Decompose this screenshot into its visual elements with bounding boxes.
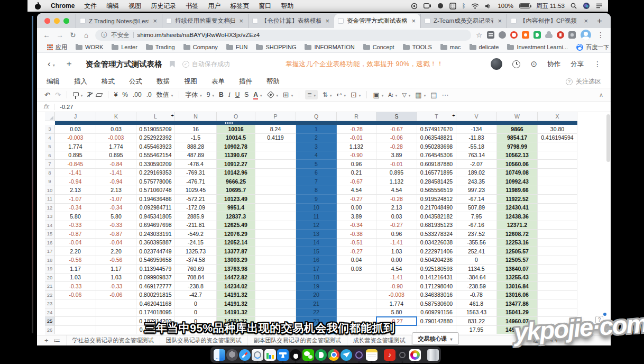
cell-J21[interactable]: -0.33: [55, 282, 96, 291]
cell-L5[interactable]: 0.455463923: [136, 142, 175, 151]
column-header-L[interactable]: L: [136, 112, 175, 121]
vertical-scrollbar[interactable]: [606, 114, 610, 162]
cell-L3[interactable]: 0.519055209: [136, 125, 175, 134]
cell-P14[interactable]: [255, 221, 296, 230]
doc-title[interactable]: 资金管理方式测试表格: [86, 59, 162, 69]
menubar-item[interactable]: Chrome: [46, 2, 79, 10]
horizontal-align-button[interactable]: [305, 90, 318, 99]
hidden-columns-marker[interactable]: ◂▸: [171, 113, 173, 117]
cell-V17[interactable]: 252.41: [456, 247, 497, 256]
row-header-12[interactable]: 12: [45, 204, 55, 213]
column-header-S[interactable]: S: [376, 112, 417, 121]
row-header-17[interactable]: 17: [45, 247, 55, 256]
menubar-item[interactable]: 用户: [203, 2, 225, 10]
cell-V4[interactable]: -11.83: [456, 134, 497, 143]
cell-T23[interactable]: 0.587530600: [417, 299, 456, 308]
cell-N6[interactable]: 487.89: [175, 151, 217, 160]
cell-T19[interactable]: 0.925180593: [417, 265, 456, 274]
cell-K3[interactable]: 0.03: [96, 125, 136, 134]
cell-S14[interactable]: -0.27: [376, 221, 417, 230]
doc-menu-数据[interactable]: 数据: [157, 77, 170, 86]
cell-T15[interactable]: 0.533278324: [417, 230, 456, 239]
cell-T14[interactable]: 0.681935123: [417, 221, 456, 230]
currency-format-button[interactable]: ¥: [114, 91, 118, 98]
cell-Q12[interactable]: 10: [296, 204, 337, 213]
underline-button[interactable]: U: [235, 91, 240, 98]
dock-icon-chrome[interactable]: [328, 349, 339, 361]
cell-P21[interactable]: [255, 282, 296, 291]
cell-O10[interactable]: 10695.7: [217, 186, 255, 195]
formula-bar[interactable]: fx -0.27: [37, 102, 611, 112]
cell-R12[interactable]: 0.00: [337, 204, 376, 213]
cell-Q19[interactable]: 17: [296, 265, 337, 274]
dock-icon-keynote[interactable]: [277, 349, 289, 361]
cell-N20[interactable]: 708.84: [175, 274, 217, 283]
cell-W3[interactable]: 9866: [497, 125, 538, 134]
cell-O20[interactable]: 14472.82: [217, 274, 255, 283]
column-header-O[interactable]: O: [217, 112, 255, 121]
cell-N22[interactable]: -42.7: [175, 291, 217, 300]
cell-J13[interactable]: 5.80: [55, 212, 96, 221]
row-header-25[interactable]: 25: [45, 317, 55, 326]
italic-button[interactable]: I: [228, 91, 231, 99]
address-bar[interactable]: ⓘ 不安全 shimo.im/sheets/naBAYVjRwWoHX3jx/v…: [95, 30, 471, 41]
add-sheet-button[interactable]: +: [44, 336, 49, 344]
row-header-11[interactable]: 11: [45, 195, 55, 204]
cell-P15[interactable]: [255, 230, 296, 239]
cell-O15[interactable]: 12076.29: [217, 230, 255, 239]
dock-icon-launchpad[interactable]: [226, 349, 238, 361]
cell-S24[interactable]: 5.80: [376, 308, 417, 317]
cell-R3[interactable]: -0.28: [337, 125, 376, 134]
cell-S20[interactable]: -1.41: [376, 274, 417, 283]
cell-X23[interactable]: [538, 299, 577, 308]
cell-T7[interactable]: 0.609187880: [417, 160, 456, 169]
cell-J5[interactable]: 1.774: [55, 142, 96, 151]
row-header-16[interactable]: 16: [45, 239, 55, 248]
cell-N10[interactable]: 1029.45: [175, 186, 217, 195]
cell-L11[interactable]: 0.194636486: [136, 195, 175, 204]
more-menu-icon[interactable]: ⋮: [594, 60, 601, 68]
cell-X8[interactable]: [538, 169, 577, 178]
cell-L23[interactable]: 0.462041168: [136, 299, 175, 308]
home-icon[interactable]: ⌂: [82, 31, 90, 39]
cell-S19[interactable]: 4.54: [376, 265, 417, 274]
cell-J9[interactable]: -0.94: [55, 177, 96, 186]
cell-P11[interactable]: [255, 195, 296, 204]
browser-tab[interactable]: 持续使用的重要文档归总@L×: [162, 14, 248, 28]
cell-R8[interactable]: 0.21: [337, 169, 376, 178]
cell-K14[interactable]: -0.33: [96, 221, 136, 230]
cell-J15[interactable]: -0.87: [55, 230, 96, 239]
row-header-19[interactable]: 19: [45, 265, 55, 274]
menubar-item[interactable]: 视图: [124, 2, 146, 10]
cell-J20[interactable]: 1.03: [55, 274, 96, 283]
cell-T5[interactable]: 0.950283698: [417, 142, 456, 151]
collapse-toolbar-icon[interactable]: [599, 92, 603, 98]
cell-L18[interactable]: 0.546959658: [136, 256, 175, 265]
sheet-tab[interactable]: 成长营资金管理测试: [347, 335, 412, 345]
cell-X7[interactable]: [538, 160, 577, 169]
share-button[interactable]: 分享: [571, 60, 584, 69]
cell-X16[interactable]: [538, 239, 577, 248]
cell-X11[interactable]: [538, 195, 577, 204]
cell-Q23[interactable]: 21: [296, 299, 337, 308]
bluetooth-icon[interactable]: ᛒ: [462, 3, 466, 9]
cell-L12[interactable]: 0.092984711: [136, 204, 175, 213]
bookmark-folder[interactable]: FUN: [223, 44, 252, 50]
menubar-item[interactable]: 标签页: [225, 2, 254, 10]
cell-J8[interactable]: -1.41: [55, 169, 96, 178]
cell-V11[interactable]: -67.14: [456, 195, 497, 204]
cell-V23[interactable]: 461.8: [456, 299, 497, 308]
cell-K19[interactable]: 1.17: [96, 265, 136, 274]
column-header-W[interactable]: W: [497, 112, 538, 121]
cell-O11[interactable]: 10123.49: [217, 195, 255, 204]
cell-V9[interactable]: 243.35: [456, 177, 497, 186]
new-tab-button[interactable]: +: [593, 14, 606, 28]
cell-O4[interactable]: 10014.5: [217, 134, 255, 143]
browser-tab[interactable]: Z Trading Notes@Lester×: [76, 14, 162, 28]
cell-K22[interactable]: -0.06: [96, 291, 136, 300]
volume-icon[interactable]: [485, 3, 492, 9]
cell-N16[interactable]: -24.15: [175, 239, 217, 248]
column-header-K[interactable]: K: [96, 112, 136, 121]
merge-cells-button[interactable]: [351, 90, 361, 99]
cell-T22[interactable]: 0.346383016: [417, 291, 456, 300]
